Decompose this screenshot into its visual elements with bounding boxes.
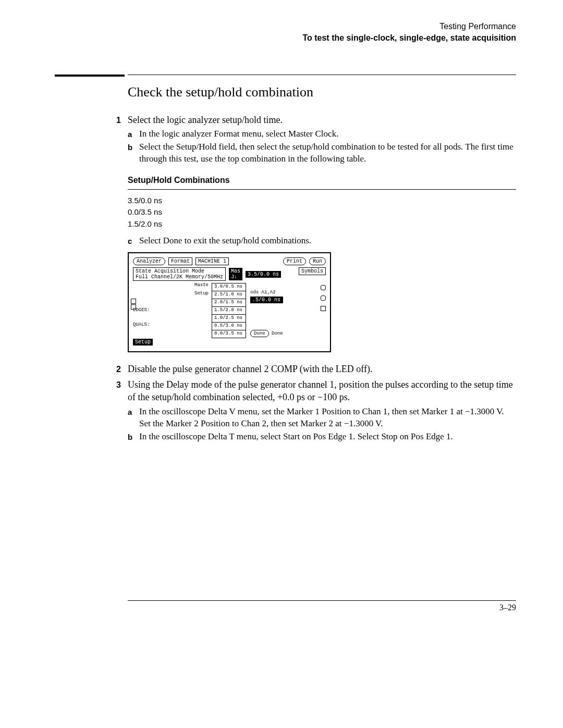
mas-text: Mas xyxy=(231,268,240,274)
symbols-box: Symbols xyxy=(299,267,326,275)
heavy-rule xyxy=(55,75,125,77)
step2-text: Disable the pulse generator channel 2 CO… xyxy=(128,363,516,375)
step-3: 3 Using the Delay mode of the pulse gene… xyxy=(128,378,516,443)
step1c: c Select Done to exit the setup/hold com… xyxy=(128,235,516,247)
menu-item: 2.5/1.0 ns xyxy=(212,291,246,299)
step-1: 1 Select the logic analyzer setup/hold t… xyxy=(128,114,516,360)
machine-box: MACHINE 1 xyxy=(195,257,229,265)
step1c-label: c xyxy=(128,236,139,247)
combos-list: 3.5/0.0 ns 0.0/3.5 ns 1.5/2.0 ns xyxy=(128,195,516,230)
clock-box xyxy=(131,304,136,310)
hl-box: .5/0.0 ns xyxy=(250,297,283,303)
step3a-label: a xyxy=(128,407,139,430)
step-num-1: 1 xyxy=(116,115,128,360)
step-num-3: 3 xyxy=(116,379,128,443)
step3a-text: In the oscilloscope Delta V menu, set th… xyxy=(139,406,516,430)
step1a-text: In the logic analyzer Format menu, selec… xyxy=(139,128,516,140)
thin-rule-1 xyxy=(128,189,516,190)
step1b-label: b xyxy=(128,142,139,165)
jdown-text: J↓ xyxy=(231,274,237,280)
page-number: 3–29 xyxy=(128,603,516,612)
maste-label: Maste xyxy=(133,283,209,288)
step3b: b In the oscilloscope Delta T menu, sele… xyxy=(128,431,516,443)
print-pill: Print xyxy=(283,257,306,265)
step1b: b Select the Setup/Hold field, then sele… xyxy=(128,141,516,165)
step1a-label: a xyxy=(128,129,139,140)
step3b-text: In the oscilloscope Delta T menu, select… xyxy=(139,431,516,443)
step1c-text: Select Done to exit the setup/hold combi… xyxy=(139,235,516,247)
step-num-2: 2 xyxy=(116,364,128,375)
setup-hold-menu: 3.0/0.5 ns 2.5/1.0 ns 2.0/1.5 ns 1.5/2.0… xyxy=(212,283,246,338)
format-box: Format xyxy=(168,257,192,265)
step1-text: Select the logic analyzer setup/hold tim… xyxy=(128,114,516,126)
mode-line2: Full Channel/2K Memory/50MHz xyxy=(136,274,223,280)
step3-text: Using the Delay mode of the pulse genera… xyxy=(128,378,516,404)
menu-item: 2.0/1.5 ns xyxy=(212,299,246,307)
analyzer-pill: Analyzer xyxy=(133,257,165,265)
header-line1: Testing Performance xyxy=(47,21,516,32)
analyzer-screenshot: Analyzer Format MACHINE 1 Print Run Stat… xyxy=(128,252,331,352)
setup-black: Setup xyxy=(133,339,153,346)
sel-box: 3.5/0.0 ns xyxy=(246,271,281,278)
mas-box: Mas J↓ xyxy=(229,268,242,280)
combo-1: 0.0/3.5 ns xyxy=(128,206,516,218)
combo-0: 3.5/0.0 ns xyxy=(128,195,516,207)
table-title: Setup/Hold Combinations xyxy=(128,175,516,186)
scroll-handle xyxy=(321,285,326,290)
menu-item: 3.0/0.5 ns xyxy=(212,283,246,291)
scroll-handle xyxy=(321,306,326,311)
menu-item: 0.5/3.0 ns xyxy=(212,323,246,330)
quals-label: QUALS: xyxy=(133,323,209,328)
footer-rule xyxy=(128,600,516,601)
step3b-label: b xyxy=(128,432,139,443)
done-pill-1: Done xyxy=(250,330,269,337)
pods-label: ods A1,A2 xyxy=(250,290,283,295)
menu-item: 1.5/2.0 ns xyxy=(212,307,246,315)
mode-line1: State Acquisition Mode xyxy=(136,268,223,274)
menu-item: 0.0/3.5 ns xyxy=(212,330,246,338)
step1a: a In the logic analyzer Format menu, sel… xyxy=(128,128,516,140)
page-header: Testing Performance To test the single-c… xyxy=(47,21,516,43)
step-2: 2 Disable the pulse generator channel 2 … xyxy=(128,363,516,375)
setup-side-label: Setup xyxy=(133,291,209,297)
clock-box xyxy=(131,299,136,304)
header-line2: To test the single-clock, single-edge, s… xyxy=(47,32,516,44)
top-rule xyxy=(128,75,516,75)
scroll-handle xyxy=(321,295,326,301)
edges-label: EDGES: xyxy=(133,308,209,313)
done-text-2: Done xyxy=(272,331,283,336)
step3a: a In the oscilloscope Delta V menu, set … xyxy=(128,406,516,430)
step1b-text: Select the Setup/Hold field, then select… xyxy=(139,141,516,165)
run-pill: Run xyxy=(309,257,326,265)
section-title: Check the setup/hold combination xyxy=(128,84,516,100)
mode-box: State Acquisition Mode Full Channel/2K M… xyxy=(133,267,226,281)
combo-2: 1.5/2.0 ns xyxy=(128,218,516,230)
menu-item: 1.0/2.5 ns xyxy=(212,315,246,323)
